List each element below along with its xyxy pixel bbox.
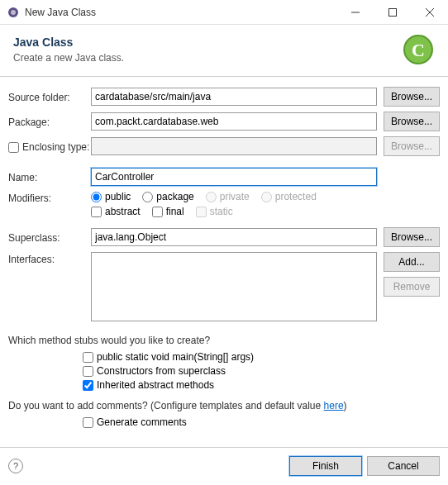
- package-input[interactable]: [91, 112, 377, 131]
- svg-rect-3: [388, 8, 396, 16]
- add-interface-button[interactable]: Add...: [384, 252, 440, 272]
- help-button[interactable]: ?: [8, 459, 23, 473]
- header-subtitle: Create a new Java class.: [13, 52, 402, 64]
- main-method-checkbox[interactable]: [83, 352, 93, 363]
- superclass-input[interactable]: [91, 228, 377, 246]
- package-radio-label: package: [156, 191, 193, 202]
- dialog-footer: ? Finish Cancel: [0, 447, 448, 484]
- form-area: Source folder: Browse... Package: Browse…: [0, 77, 448, 333]
- enclosing-type-input: [91, 137, 377, 155]
- protected-radio: [261, 192, 272, 202]
- remove-interface-button: Remove: [384, 277, 440, 297]
- interfaces-label: Interfaces:: [8, 252, 91, 265]
- static-checkbox: [196, 207, 207, 217]
- maximize-button[interactable]: [374, 0, 411, 25]
- private-radio: [206, 192, 217, 202]
- modifiers-label: Modifiers:: [8, 191, 91, 204]
- browse-package-button[interactable]: Browse...: [384, 112, 440, 131]
- window-controls: [336, 0, 448, 25]
- source-folder-label: Source folder:: [8, 90, 91, 103]
- browse-superclass-button[interactable]: Browse...: [384, 227, 440, 247]
- comments-question-post: ): [344, 400, 347, 411]
- final-label: final: [166, 206, 184, 217]
- modifiers-group: public package private protected: [91, 191, 377, 202]
- header-title: Java Class: [13, 36, 402, 49]
- generate-comments-label: Generate comments: [97, 416, 187, 428]
- interfaces-list[interactable]: [91, 252, 377, 321]
- comments-question: Do you want to add comments? (Configure …: [0, 398, 448, 413]
- package-label: Package:: [8, 115, 91, 128]
- stubs-question: Which method stubs would you like to cre…: [0, 333, 448, 348]
- superclass-label: Superclass:: [8, 231, 91, 244]
- public-radio-label: public: [105, 191, 131, 202]
- finish-button[interactable]: Finish: [289, 456, 362, 476]
- static-label: static: [210, 206, 233, 217]
- constructors-label: Constructors from superclass: [97, 365, 226, 377]
- comments-question-pre: Do you want to add comments? (Configure …: [8, 400, 324, 411]
- private-radio-label: private: [220, 191, 250, 202]
- class-wizard-icon: C: [402, 33, 435, 66]
- minimize-button[interactable]: [336, 0, 374, 25]
- constructors-checkbox[interactable]: [83, 366, 93, 377]
- browse-enclosing-button: Browse...: [384, 136, 440, 156]
- package-radio[interactable]: [142, 192, 153, 202]
- inherited-label: Inherited abstract methods: [97, 379, 214, 391]
- name-input[interactable]: [91, 168, 377, 186]
- cancel-button[interactable]: Cancel: [367, 456, 440, 476]
- enclosing-type-checkbox[interactable]: [8, 142, 19, 153]
- public-radio[interactable]: [91, 192, 102, 202]
- generate-comments-checkbox[interactable]: [83, 417, 93, 428]
- window-title: New Java Class: [25, 7, 336, 18]
- svg-point-1: [11, 10, 16, 15]
- dialog-header: Java Class Create a new Java class. C: [0, 25, 448, 76]
- enclosing-type-label: Enclosing type:: [22, 141, 89, 153]
- browse-source-button[interactable]: Browse...: [384, 87, 440, 107]
- configure-link[interactable]: here: [324, 400, 344, 411]
- inherited-checkbox[interactable]: [83, 380, 93, 391]
- source-folder-input[interactable]: [91, 88, 377, 106]
- svg-text:C: C: [412, 40, 425, 60]
- abstract-label: abstract: [105, 206, 141, 217]
- close-button[interactable]: [411, 0, 448, 25]
- abstract-checkbox[interactable]: [91, 207, 102, 217]
- titlebar: New Java Class: [0, 0, 448, 25]
- protected-radio-label: protected: [275, 191, 317, 202]
- enclosing-type-checkbox-label: Enclosing type:: [8, 140, 91, 153]
- app-icon: [7, 6, 20, 19]
- name-label: Name:: [8, 170, 91, 183]
- final-checkbox[interactable]: [152, 207, 163, 217]
- main-method-label: public static void main(String[] args): [97, 351, 254, 363]
